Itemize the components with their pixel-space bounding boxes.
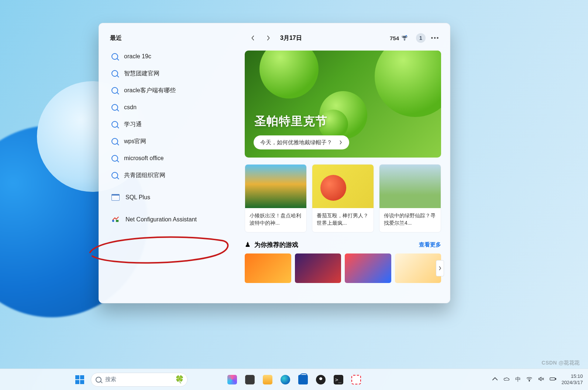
edge-icon: [281, 375, 290, 384]
recent-item-label: wps官网: [124, 138, 146, 145]
svg-point-3: [529, 380, 530, 381]
netca-icon: [111, 215, 120, 224]
chevron-right-icon: [266, 35, 271, 41]
chevron-right-icon: [439, 266, 441, 270]
games-title: 为你推荐的游戏: [254, 241, 298, 249]
recent-item-sqlplus[interactable]: SQL Plus: [108, 189, 240, 206]
clover-icon: 🍀: [175, 375, 184, 384]
tray-time-text: 15:10: [561, 373, 583, 379]
game-tile-2[interactable]: [345, 253, 391, 283]
games-header: ♟ 为你推荐的游戏 查看更多: [245, 241, 441, 249]
taskbar: 搜索 🍀 >_ 中 15:10 2024/3/17: [0, 369, 588, 390]
feed-date: 3月17日: [280, 34, 302, 42]
taskbar-qq[interactable]: [313, 372, 328, 387]
search-placeholder: 搜索: [105, 376, 116, 383]
card-text: 传说中的绿野仙踪？寻找爱尔兰4...: [379, 208, 441, 232]
watermark-text: CSDN @花花花: [541, 360, 580, 366]
game-tile-3[interactable]: [395, 253, 441, 283]
folder-icon: [263, 375, 272, 384]
svg-rect-4: [550, 377, 555, 380]
taskbar-store[interactable]: [296, 372, 310, 387]
taskbar-pinned-apps: >_: [225, 372, 364, 387]
games-see-more[interactable]: 查看更多: [419, 241, 441, 248]
recent-item-0[interactable]: oracle 19c: [108, 48, 240, 65]
taskbar-explorer[interactable]: [260, 372, 275, 387]
clover-decor: [375, 51, 441, 117]
svg-rect-1: [116, 220, 118, 222]
windows-logo-icon: [75, 375, 84, 384]
recent-item-2[interactable]: oracle客户端有哪些: [108, 82, 240, 99]
recent-item-label: 共青团组织官网: [124, 172, 165, 179]
card-thumbnail: [379, 165, 441, 208]
copilot-icon: [227, 375, 237, 384]
taskbar-edge[interactable]: [278, 372, 293, 387]
tray-onedrive[interactable]: [503, 376, 510, 384]
start-button[interactable]: [72, 372, 87, 387]
tray-ime[interactable]: 中: [515, 376, 521, 383]
search-icon: [111, 121, 118, 128]
taskbar-search-box[interactable]: 搜索 🍀: [91, 373, 188, 387]
tray-overflow[interactable]: [492, 376, 498, 384]
search-icon: [111, 155, 118, 162]
hero-card[interactable]: 圣帕特里克节 今天，如何优雅地戴绿帽子？: [245, 51, 441, 158]
qq-icon: [316, 375, 326, 384]
trophy-icon: [401, 35, 408, 41]
recent-column: 最近 oracle 19c 智慧团建官网 oracle客户端有哪些 csdn 学…: [99, 23, 245, 303]
news-card-0[interactable]: 小矮妖出没！盘点哈利波特中的神...: [245, 164, 307, 232]
recent-item-label: 智慧团建官网: [124, 70, 159, 77]
battery-icon: [550, 376, 556, 382]
rewards-points[interactable]: 754: [387, 33, 411, 43]
recent-item-5[interactable]: wps官网: [108, 133, 240, 150]
recent-item-4[interactable]: 学习通: [108, 116, 240, 133]
tray-clock[interactable]: 15:10 2024/3/17: [561, 373, 583, 386]
snip-icon: [351, 375, 361, 384]
game-tile-1[interactable]: [295, 253, 341, 283]
recent-item-6[interactable]: microsoft office: [108, 150, 240, 167]
taskbar-terminal[interactable]: >_: [331, 372, 346, 387]
search-flyout: 最近 oracle 19c 智慧团建官网 oracle客户端有哪些 csdn 学…: [99, 23, 450, 303]
news-cards-row: 小矮妖出没！盘点哈利波特中的神... 番茄互殴，棒打男人？世界上最疯... 传说…: [245, 164, 441, 232]
svg-rect-5: [556, 378, 556, 379]
sqlplus-icon: [111, 193, 120, 201]
nav-back-button[interactable]: [246, 31, 259, 45]
taskbar-taskview[interactable]: [243, 372, 257, 387]
feed-more-button[interactable]: •••: [429, 32, 441, 44]
news-card-1[interactable]: 番茄互殴，棒打男人？世界上最疯...: [312, 164, 374, 232]
hero-subtitle: 今天，如何优雅地戴绿帽子？: [260, 139, 332, 146]
tray-wifi[interactable]: [526, 376, 533, 384]
card-thumbnail: [312, 165, 374, 208]
card-text: 番茄互殴，棒打男人？世界上最疯...: [312, 208, 374, 232]
chevron-right-icon: [337, 138, 345, 146]
card-thumbnail: [245, 165, 306, 208]
recent-item-netca[interactable]: Net Configuration Assistant: [108, 211, 240, 228]
recent-item-7[interactable]: 共青团组织官网: [108, 167, 240, 184]
taskbar-snip[interactable]: [349, 372, 364, 387]
nav-forward-button[interactable]: [262, 31, 275, 45]
store-icon: [298, 375, 308, 384]
news-card-2[interactable]: 传说中的绿野仙踪？寻找爱尔兰4...: [379, 164, 441, 232]
tray-volume[interactable]: [538, 376, 544, 384]
notification-badge[interactable]: 1: [416, 33, 426, 43]
recent-item-label: Net Configuration Assistant: [125, 216, 197, 223]
svg-point-2: [406, 35, 407, 36]
wifi-icon: [526, 376, 533, 382]
recent-item-label: oracle 19c: [124, 53, 151, 60]
recent-item-label: oracle客户端有哪些: [124, 87, 176, 94]
game-tile-0[interactable]: [245, 253, 291, 283]
feed-header: 3月17日 754 1 •••: [245, 31, 441, 45]
chevron-left-icon: [250, 35, 255, 41]
hero-subtitle-chip[interactable]: 今天，如何优雅地戴绿帽子？: [254, 135, 349, 149]
hero-title: 圣帕特里克节: [254, 113, 327, 130]
tray-date-text: 2024/3/17: [561, 380, 583, 386]
tray-battery[interactable]: [550, 376, 556, 384]
games-icon: ♟: [245, 241, 251, 249]
clover-decor: [259, 51, 319, 99]
recent-item-3[interactable]: csdn: [108, 99, 240, 116]
search-icon: [96, 377, 102, 383]
taskbar-copilot[interactable]: [225, 372, 240, 387]
recent-item-1[interactable]: 智慧团建官网: [108, 65, 240, 82]
svg-point-0: [112, 220, 114, 222]
search-icon: [111, 104, 118, 111]
games-next-button[interactable]: [436, 260, 444, 276]
system-tray: 中 15:10 2024/3/17: [492, 373, 583, 386]
